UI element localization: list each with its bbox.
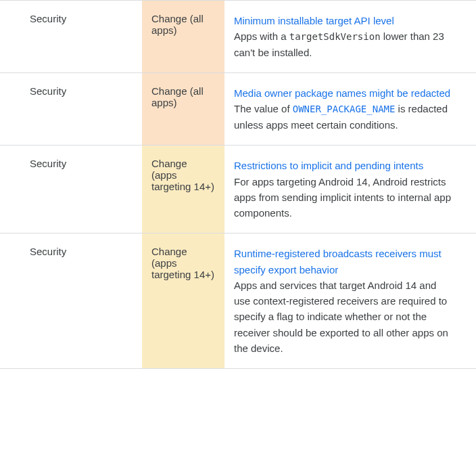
change-title-link[interactable]: Runtime-registered broadcasts receivers … [234,248,442,275]
description-text-pre: Apps with a [234,30,289,42]
description-cell: Media owner package names might be redac… [224,73,476,145]
change-title-link[interactable]: Minimum installable target API level [234,15,394,26]
change-title-link[interactable]: Media owner package names might be redac… [234,87,450,99]
change-type-cell: Change (all apps) [142,73,224,145]
code-identifier: targetSdkVersion [289,31,381,42]
table-row: SecurityChange (apps targeting 14+)Runti… [0,233,476,368]
description-cell: Restrictions to implicit and pending int… [224,146,476,233]
category-cell: Security [0,234,142,368]
description-cell: Runtime-registered broadcasts receivers … [224,234,476,368]
change-description: For apps targeting Android 14, Android r… [234,176,451,219]
change-description: Apps and services that target Android 14… [234,280,448,354]
description-text-pre: Apps and services that target Android 14… [234,280,448,354]
change-type-cell: Change (apps targeting 14+) [142,234,224,368]
table-end-divider [0,368,476,369]
change-type-cell: Change (apps targeting 14+) [142,146,224,233]
category-cell: Security [0,146,142,233]
description-text-pre: For apps targeting Android 14, Android r… [234,176,451,219]
change-description: The value of OWNER_PACKAGE_NAME is redac… [234,103,448,131]
table-row: SecurityChange (apps targeting 14+)Restr… [0,145,476,233]
change-description: Apps with a targetSdkVersion lower than … [234,30,444,58]
description-cell: Minimum installable target API levelApps… [224,1,476,72]
category-cell: Security [0,1,142,72]
code-identifier-link[interactable]: OWNER_PACKAGE_NAME [293,104,396,114]
change-type-cell: Change (all apps) [142,1,224,72]
description-text-pre: The value of [234,103,293,114]
table-row: SecurityChange (all apps)Media owner pac… [0,72,476,145]
table-row: SecurityChange (all apps)Minimum install… [0,0,476,72]
change-title-link[interactable]: Restrictions to implicit and pending int… [234,160,423,171]
changes-table: SecurityChange (all apps)Minimum install… [0,0,476,369]
category-cell: Security [0,73,142,145]
